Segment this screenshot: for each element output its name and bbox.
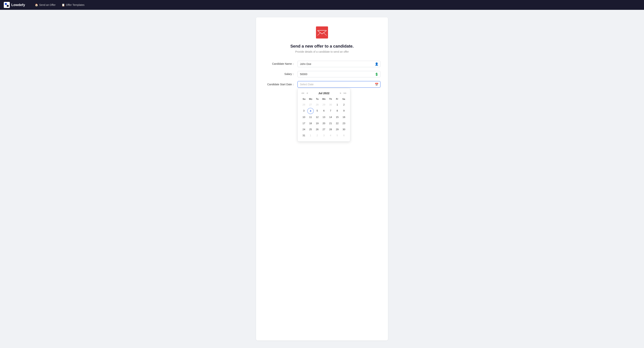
offer-form: Candidate Name： 👤 Salary： 💲 Candidate St… bbox=[264, 61, 380, 91]
start-date-label: Candidate Start Date： bbox=[264, 81, 298, 86]
calendar-grid: Su Mo Tu We Th Fr Sa 2627282930123456789… bbox=[301, 97, 347, 138]
candidate-name-label: Candidate Name： bbox=[264, 62, 298, 66]
main-card: Send a new offer to a candidate. Provide… bbox=[256, 17, 388, 340]
calendar-month-year: Jul 2022 bbox=[310, 92, 338, 95]
person-icon: 👤 bbox=[375, 62, 378, 66]
calendar-day[interactable]: 27 bbox=[321, 127, 327, 132]
calendar-day[interactable]: 18 bbox=[307, 121, 314, 126]
card-subtitle: Provide details of a candidate to send a… bbox=[295, 50, 349, 53]
calendar-day[interactable]: 6 bbox=[321, 108, 327, 114]
calendar-day[interactable]: 24 bbox=[301, 127, 307, 132]
calendar-day[interactable]: 9 bbox=[341, 108, 347, 114]
weekday-su: Su bbox=[301, 97, 307, 101]
nav-offer-templates-label: Offer Templates bbox=[66, 4, 84, 7]
calendar-day[interactable]: 22 bbox=[334, 121, 340, 126]
calendar-day[interactable]: 1 bbox=[334, 102, 340, 108]
dollar-icon: 💲 bbox=[375, 72, 378, 76]
calendar-day[interactable]: 10 bbox=[301, 114, 307, 120]
prev-year-button[interactable]: << bbox=[301, 92, 305, 95]
calendar-day[interactable]: 2 bbox=[341, 102, 347, 108]
calendar-day[interactable]: 19 bbox=[314, 121, 320, 126]
date-picker-calendar: << < Jul 2022 > >> Su Mo Tu We bbox=[298, 88, 350, 141]
svg-rect-0 bbox=[5, 3, 7, 5]
home-icon: 🏠 bbox=[35, 4, 38, 7]
candidate-name-row: Candidate Name： 👤 bbox=[264, 61, 380, 67]
nav-offer-templates[interactable]: 📋 Offer Templates bbox=[59, 2, 87, 8]
weekday-fr: Fr bbox=[334, 97, 340, 101]
calendar-day[interactable]: 21 bbox=[328, 121, 334, 126]
start-date-row: Candidate Start Date： 📅 << < Jul 2022 > … bbox=[264, 81, 380, 88]
salary-input[interactable] bbox=[298, 71, 380, 77]
calendar-day[interactable]: 4 bbox=[328, 133, 334, 138]
calendar-day[interactable]: 16 bbox=[341, 114, 347, 120]
calendar-day[interactable]: 3 bbox=[321, 133, 327, 138]
salary-row: Salary： 💲 bbox=[264, 71, 380, 77]
app-name: Lowdefy bbox=[11, 3, 25, 7]
templates-icon: 📋 bbox=[62, 4, 65, 7]
nav-send-offer-label: Send an Offer bbox=[39, 4, 56, 7]
calendar-day[interactable]: 1 bbox=[307, 133, 314, 138]
calendar-day[interactable]: 31 bbox=[301, 133, 307, 138]
calendar-day[interactable]: 13 bbox=[321, 114, 327, 120]
app-logo[interactable]: Lowdefy bbox=[4, 2, 25, 8]
envelope-icon bbox=[316, 27, 328, 39]
calendar-day[interactable]: 7 bbox=[328, 108, 334, 114]
envelope-icon-wrap bbox=[316, 27, 328, 39]
calendar-day[interactable]: 5 bbox=[314, 108, 320, 114]
prev-month-button[interactable]: < bbox=[306, 92, 309, 95]
page-background: Send a new offer to a candidate. Provide… bbox=[0, 10, 644, 348]
calendar-day[interactable]: 14 bbox=[328, 114, 334, 120]
logo-icon bbox=[4, 2, 10, 8]
calendar-day[interactable]: 8 bbox=[334, 108, 340, 114]
svg-rect-1 bbox=[7, 5, 9, 7]
calendar-day[interactable]: 28 bbox=[314, 102, 320, 108]
calendar-day[interactable]: 29 bbox=[321, 102, 327, 108]
calendar-day[interactable]: 4 bbox=[307, 108, 314, 114]
calendar-icon: 📅 bbox=[375, 83, 378, 86]
calendar-day[interactable]: 28 bbox=[328, 127, 334, 132]
weekday-tu: Tu bbox=[314, 97, 320, 101]
calendar-day[interactable]: 5 bbox=[334, 133, 340, 138]
calendar-day[interactable]: 23 bbox=[341, 121, 347, 126]
salary-input-wrap: 💲 bbox=[298, 71, 380, 77]
candidate-name-input[interactable] bbox=[298, 61, 380, 67]
candidate-name-input-wrap: 👤 bbox=[298, 61, 380, 67]
svg-rect-3 bbox=[5, 5, 7, 7]
calendar-weekdays: Su Mo Tu We Th Fr Sa bbox=[301, 97, 347, 101]
calendar-day[interactable]: 11 bbox=[307, 114, 314, 120]
calendar-day[interactable]: 17 bbox=[301, 121, 307, 126]
start-date-input[interactable] bbox=[298, 81, 380, 88]
calendar-day[interactable]: 15 bbox=[334, 114, 340, 120]
calendar-day[interactable]: 12 bbox=[314, 114, 320, 120]
salary-label: Salary： bbox=[264, 72, 298, 76]
calendar-day[interactable]: 3 bbox=[301, 108, 307, 114]
navbar: Lowdefy 🏠 Send an Offer 📋 Offer Template… bbox=[0, 0, 644, 10]
calendar-day[interactable]: 6 bbox=[341, 133, 347, 138]
calendar-day[interactable]: 29 bbox=[334, 127, 340, 132]
calendar-day[interactable]: 27 bbox=[307, 102, 314, 108]
calendar-day[interactable]: 20 bbox=[321, 121, 327, 126]
nav-links: 🏠 Send an Offer 📋 Offer Templates bbox=[32, 2, 87, 8]
weekday-we: We bbox=[320, 97, 327, 101]
start-date-input-wrap: 📅 << < Jul 2022 > >> Su bbox=[298, 81, 380, 88]
nav-send-offer[interactable]: 🏠 Send an Offer bbox=[32, 2, 58, 8]
calendar-header: << < Jul 2022 > >> bbox=[301, 92, 347, 95]
svg-rect-6 bbox=[318, 31, 326, 36]
calendar-day[interactable]: 25 bbox=[307, 127, 314, 132]
calendar-day[interactable]: 26 bbox=[314, 127, 320, 132]
calendar-day[interactable]: 30 bbox=[341, 127, 347, 132]
calendar-day[interactable]: 26 bbox=[301, 102, 307, 108]
next-year-button[interactable]: >> bbox=[343, 92, 347, 95]
svg-rect-2 bbox=[7, 3, 9, 5]
calendar-day[interactable]: 2 bbox=[314, 133, 320, 138]
card-title: Send a new offer to a candidate. bbox=[290, 44, 354, 49]
calendar-days: 2627282930123456789101112131415161718192… bbox=[301, 102, 347, 138]
weekday-th: Th bbox=[327, 97, 334, 101]
next-month-button[interactable]: > bbox=[339, 92, 342, 95]
weekday-sa: Sa bbox=[340, 97, 347, 101]
weekday-mo: Mo bbox=[307, 97, 314, 101]
calendar-day[interactable]: 30 bbox=[328, 102, 334, 108]
